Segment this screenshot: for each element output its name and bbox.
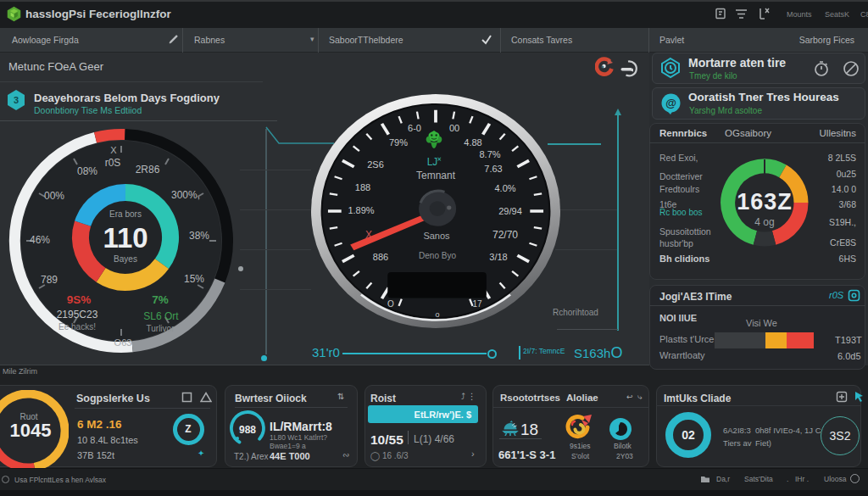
svg-text:3: 3	[14, 95, 19, 105]
svg-text:@: @	[665, 97, 676, 109]
